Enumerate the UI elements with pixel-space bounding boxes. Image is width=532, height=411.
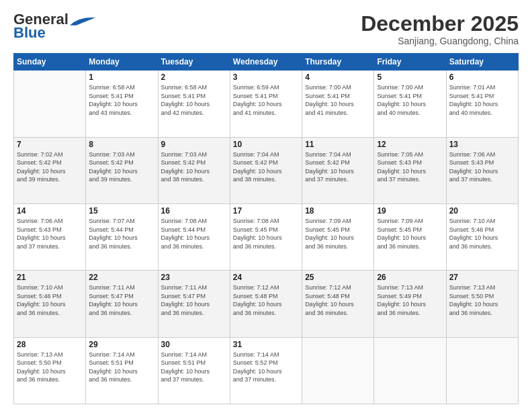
day-info: Sunrise: 7:06 AM Sunset: 5:43 PM Dayligh… <box>449 150 515 184</box>
day-number: 21 <box>17 273 83 282</box>
weekday-tuesday: Tuesday <box>158 54 230 71</box>
weekday-wednesday: Wednesday <box>230 54 302 71</box>
day-info: Sunrise: 7:10 AM Sunset: 5:46 PM Dayligh… <box>17 283 83 317</box>
calendar-cell: 23Sunrise: 7:11 AM Sunset: 5:47 PM Dayli… <box>158 271 230 337</box>
day-number: 20 <box>449 206 515 216</box>
weekday-header-row: SundayMondayTuesdayWednesdayThursdayFrid… <box>14 54 519 71</box>
day-info: Sunrise: 7:08 AM Sunset: 5:45 PM Dayligh… <box>233 217 299 250</box>
calendar-cell: 30Sunrise: 7:14 AM Sunset: 5:51 PM Dayli… <box>158 337 230 404</box>
day-number: 23 <box>161 273 227 282</box>
calendar-body: 1Sunrise: 6:58 AM Sunset: 5:41 PM Daylig… <box>14 71 519 404</box>
day-info: Sunrise: 7:10 AM Sunset: 5:46 PM Dayligh… <box>449 217 515 250</box>
calendar-cell: 4Sunrise: 7:00 AM Sunset: 5:41 PM Daylig… <box>302 71 374 137</box>
weekday-saturday: Saturday <box>446 54 518 71</box>
day-info: Sunrise: 7:08 AM Sunset: 5:44 PM Dayligh… <box>161 217 227 250</box>
calendar-cell <box>446 337 518 404</box>
day-info: Sunrise: 7:04 AM Sunset: 5:42 PM Dayligh… <box>233 150 299 184</box>
day-number: 18 <box>305 206 371 216</box>
day-number: 13 <box>449 140 515 149</box>
calendar-cell: 12Sunrise: 7:05 AM Sunset: 5:43 PM Dayli… <box>374 137 446 203</box>
day-number: 16 <box>161 206 227 216</box>
calendar-cell: 3Sunrise: 6:59 AM Sunset: 5:41 PM Daylig… <box>230 71 302 137</box>
calendar-cell: 11Sunrise: 7:04 AM Sunset: 5:42 PM Dayli… <box>302 137 374 203</box>
day-info: Sunrise: 7:12 AM Sunset: 5:48 PM Dayligh… <box>305 283 371 317</box>
week-row-2: 7Sunrise: 7:02 AM Sunset: 5:42 PM Daylig… <box>14 137 519 203</box>
day-info: Sunrise: 7:06 AM Sunset: 5:43 PM Dayligh… <box>17 217 83 250</box>
day-info: Sunrise: 7:12 AM Sunset: 5:48 PM Dayligh… <box>233 283 299 317</box>
day-info: Sunrise: 7:00 AM Sunset: 5:41 PM Dayligh… <box>305 83 371 117</box>
calendar-cell <box>14 71 86 137</box>
day-number: 12 <box>377 140 443 149</box>
calendar-cell: 2Sunrise: 6:58 AM Sunset: 5:41 PM Daylig… <box>158 71 230 137</box>
day-number: 6 <box>449 73 515 82</box>
calendar-cell: 26Sunrise: 7:13 AM Sunset: 5:49 PM Dayli… <box>374 271 446 337</box>
calendar-cell: 7Sunrise: 7:02 AM Sunset: 5:42 PM Daylig… <box>14 137 86 203</box>
weekday-sunday: Sunday <box>14 54 86 71</box>
day-info: Sunrise: 7:13 AM Sunset: 5:50 PM Dayligh… <box>17 351 83 384</box>
weekday-thursday: Thursday <box>302 54 374 71</box>
day-info: Sunrise: 7:14 AM Sunset: 5:52 PM Dayligh… <box>233 351 299 384</box>
day-info: Sunrise: 7:04 AM Sunset: 5:42 PM Dayligh… <box>305 150 371 184</box>
calendar-cell: 22Sunrise: 7:11 AM Sunset: 5:47 PM Dayli… <box>86 271 158 337</box>
day-number: 8 <box>89 140 154 149</box>
calendar-cell: 21Sunrise: 7:10 AM Sunset: 5:46 PM Dayli… <box>14 271 86 337</box>
day-number: 5 <box>377 73 443 82</box>
day-info: Sunrise: 7:09 AM Sunset: 5:45 PM Dayligh… <box>305 217 371 250</box>
calendar: SundayMondayTuesdayWednesdayThursdayFrid… <box>13 53 519 404</box>
month-title: December 2025 <box>361 12 519 36</box>
week-row-3: 14Sunrise: 7:06 AM Sunset: 5:43 PM Dayli… <box>14 203 519 270</box>
day-number: 3 <box>233 73 299 82</box>
day-number: 4 <box>305 73 371 82</box>
day-number: 22 <box>89 273 154 282</box>
calendar-cell: 15Sunrise: 7:07 AM Sunset: 5:44 PM Dayli… <box>86 203 158 270</box>
day-number: 9 <box>161 140 227 149</box>
day-number: 27 <box>449 273 515 282</box>
day-info: Sunrise: 7:07 AM Sunset: 5:44 PM Dayligh… <box>89 217 154 250</box>
day-info: Sunrise: 7:13 AM Sunset: 5:50 PM Dayligh… <box>449 283 515 317</box>
week-row-4: 21Sunrise: 7:10 AM Sunset: 5:46 PM Dayli… <box>14 271 519 337</box>
day-number: 19 <box>377 206 443 216</box>
day-info: Sunrise: 7:14 AM Sunset: 5:51 PM Dayligh… <box>161 351 227 384</box>
calendar-cell: 28Sunrise: 7:13 AM Sunset: 5:50 PM Dayli… <box>14 337 86 404</box>
day-number: 15 <box>89 206 154 216</box>
calendar-cell: 9Sunrise: 7:03 AM Sunset: 5:42 PM Daylig… <box>158 137 230 203</box>
header: General Blue December 2025 Sanjiang, Gua… <box>13 12 519 46</box>
day-info: Sunrise: 7:00 AM Sunset: 5:41 PM Dayligh… <box>377 83 443 117</box>
week-row-1: 1Sunrise: 6:58 AM Sunset: 5:41 PM Daylig… <box>14 71 519 137</box>
day-number: 17 <box>233 206 299 216</box>
day-number: 29 <box>89 340 154 349</box>
day-info: Sunrise: 7:14 AM Sunset: 5:51 PM Dayligh… <box>89 351 154 384</box>
weekday-monday: Monday <box>86 54 158 71</box>
day-info: Sunrise: 7:05 AM Sunset: 5:43 PM Dayligh… <box>377 150 443 184</box>
calendar-cell: 20Sunrise: 7:10 AM Sunset: 5:46 PM Dayli… <box>446 203 518 270</box>
logo-wing-icon <box>70 16 95 26</box>
calendar-cell: 13Sunrise: 7:06 AM Sunset: 5:43 PM Dayli… <box>446 137 518 203</box>
day-info: Sunrise: 7:09 AM Sunset: 5:45 PM Dayligh… <box>377 217 443 250</box>
logo: General Blue <box>13 12 95 40</box>
day-info: Sunrise: 6:58 AM Sunset: 5:41 PM Dayligh… <box>161 83 227 117</box>
day-number: 25 <box>305 273 371 282</box>
day-info: Sunrise: 7:03 AM Sunset: 5:42 PM Dayligh… <box>89 150 154 184</box>
calendar-cell: 27Sunrise: 7:13 AM Sunset: 5:50 PM Dayli… <box>446 271 518 337</box>
calendar-cell: 29Sunrise: 7:14 AM Sunset: 5:51 PM Dayli… <box>86 337 158 404</box>
day-number: 26 <box>377 273 443 282</box>
calendar-cell: 19Sunrise: 7:09 AM Sunset: 5:45 PM Dayli… <box>374 203 446 270</box>
day-info: Sunrise: 7:11 AM Sunset: 5:47 PM Dayligh… <box>161 283 227 317</box>
calendar-cell: 18Sunrise: 7:09 AM Sunset: 5:45 PM Dayli… <box>302 203 374 270</box>
day-info: Sunrise: 7:11 AM Sunset: 5:47 PM Dayligh… <box>89 283 154 317</box>
calendar-cell: 16Sunrise: 7:08 AM Sunset: 5:44 PM Dayli… <box>158 203 230 270</box>
calendar-cell: 10Sunrise: 7:04 AM Sunset: 5:42 PM Dayli… <box>230 137 302 203</box>
day-number: 14 <box>17 206 83 216</box>
calendar-cell: 31Sunrise: 7:14 AM Sunset: 5:52 PM Dayli… <box>230 337 302 404</box>
day-info: Sunrise: 7:02 AM Sunset: 5:42 PM Dayligh… <box>17 150 83 184</box>
day-number: 24 <box>233 273 299 282</box>
day-number: 1 <box>89 73 154 82</box>
calendar-cell: 6Sunrise: 7:01 AM Sunset: 5:41 PM Daylig… <box>446 71 518 137</box>
calendar-cell: 5Sunrise: 7:00 AM Sunset: 5:41 PM Daylig… <box>374 71 446 137</box>
day-number: 31 <box>233 340 299 349</box>
logo-blue: Blue <box>13 26 46 40</box>
calendar-cell: 17Sunrise: 7:08 AM Sunset: 5:45 PM Dayli… <box>230 203 302 270</box>
calendar-cell: 24Sunrise: 7:12 AM Sunset: 5:48 PM Dayli… <box>230 271 302 337</box>
day-info: Sunrise: 7:01 AM Sunset: 5:41 PM Dayligh… <box>449 83 515 117</box>
day-number: 11 <box>305 140 371 149</box>
